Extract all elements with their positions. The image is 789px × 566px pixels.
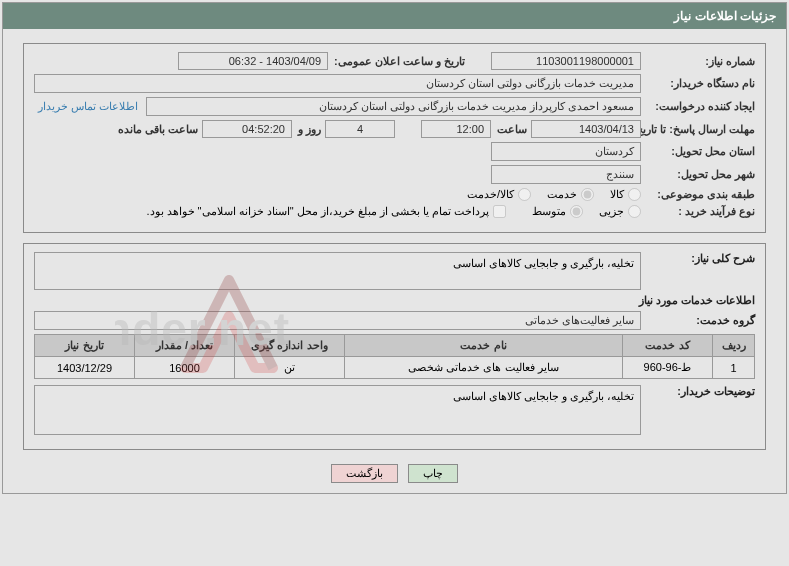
cell-qty: 16000 <box>135 357 235 379</box>
radio-both[interactable] <box>518 188 531 201</box>
treasury-note: پرداخت تمام یا بخشی از مبلغ خرید،از محل … <box>146 205 489 218</box>
label-announce-dt: تاریخ و ساعت اعلان عمومی: <box>332 55 465 68</box>
radio-small[interactable] <box>628 205 641 218</box>
cell-row: 1 <box>713 357 755 379</box>
label-buyer-org: نام دستگاه خریدار: <box>645 77 755 90</box>
th-qty: تعداد / مقدار <box>135 335 235 357</box>
label-proc-type: نوع فرآیند خرید : <box>645 205 755 218</box>
field-need-desc: تخلیه، بارگیری و جابجایی کالاهای اساسی <box>34 252 641 290</box>
th-name: نام خدمت <box>345 335 623 357</box>
cell-unit: تن <box>235 357 345 379</box>
cell-code: ط-96-960 <box>623 357 713 379</box>
need-info-fieldset: شماره نیاز: 1103001198000001 تاریخ و ساع… <box>23 43 766 233</box>
field-requester: مسعود احمدی کارپرداز مدیریت خدمات بازرگا… <box>146 97 641 116</box>
label-time-word: ساعت <box>495 123 527 136</box>
th-code: کد خدمت <box>623 335 713 357</box>
radio-medium-label: متوسط <box>532 205 566 218</box>
label-deadline: مهلت ارسال پاسخ: تا تاریخ: <box>645 123 755 136</box>
services-table: ردیف کد خدمت نام خدمت واحد اندازه گیری ت… <box>34 334 755 379</box>
label-service-group: گروه خدمت: <box>645 314 755 327</box>
field-days-left: 4 <box>325 120 395 138</box>
services-info-title: اطلاعات خدمات مورد نیاز <box>34 294 755 307</box>
radio-both-label: کالا/خدمت <box>467 188 514 201</box>
field-need-no: 1103001198000001 <box>491 52 641 70</box>
service-info-fieldset: شرح کلی نیاز: تخلیه، بارگیری و جابجایی ک… <box>23 243 766 450</box>
label-deliver-prov: استان محل تحویل: <box>645 145 755 158</box>
field-deliver-city: سنندج <box>491 165 641 184</box>
radio-service-label: خدمت <box>547 188 577 201</box>
th-row: ردیف <box>713 335 755 357</box>
label-need-desc: شرح کلی نیاز: <box>645 252 755 265</box>
table-row: 1 ط-96-960 سایر فعالیت های خدماتی شخصی ت… <box>35 357 755 379</box>
print-button[interactable]: چاپ <box>408 464 458 483</box>
page-title: جزئیات اطلاعات نیاز <box>3 3 786 29</box>
th-unit: واحد اندازه گیری <box>235 335 345 357</box>
field-deadline-date: 1403/04/13 <box>531 120 641 138</box>
label-subject-cat: طبقه بندی موضوعی: <box>645 188 755 201</box>
label-days-and: روز و <box>296 123 321 136</box>
field-announce-dt: 1403/04/09 - 06:32 <box>178 52 328 70</box>
label-deliver-city: شهر محل تحویل: <box>645 168 755 181</box>
th-date: تاریخ نیاز <box>35 335 135 357</box>
cell-name: سایر فعالیت های خدماتی شخصی <box>345 357 623 379</box>
radio-goods[interactable] <box>628 188 641 201</box>
radio-service[interactable] <box>581 188 594 201</box>
field-hms-left: 04:52:20 <box>202 120 292 138</box>
field-deadline-time: 12:00 <box>421 120 491 138</box>
label-requester: ایجاد کننده درخواست: <box>645 100 755 113</box>
field-buyer-notes: تخلیه، بارگیری و جابجایی کالاهای اساسی <box>34 385 641 435</box>
radio-goods-label: کالا <box>610 188 624 201</box>
label-need-no: شماره نیاز: <box>645 55 755 68</box>
field-service-group: سایر فعالیت‌های خدماتی <box>34 311 641 330</box>
radio-small-label: جزیی <box>599 205 624 218</box>
label-time-left: ساعت باقی مانده <box>116 123 198 136</box>
field-deliver-prov: کردستان <box>491 142 641 161</box>
radio-medium[interactable] <box>570 205 583 218</box>
cell-date: 1403/12/29 <box>35 357 135 379</box>
checkbox-treasury[interactable] <box>493 205 506 218</box>
back-button[interactable]: بازگشت <box>331 464 398 483</box>
label-buyer-notes: توضیحات خریدار: <box>645 385 755 398</box>
buyer-contact-link[interactable]: اطلاعات تماس خریدار <box>34 100 142 113</box>
field-buyer-org: مدیریت خدمات بازرگانی دولتی استان کردستا… <box>34 74 641 93</box>
